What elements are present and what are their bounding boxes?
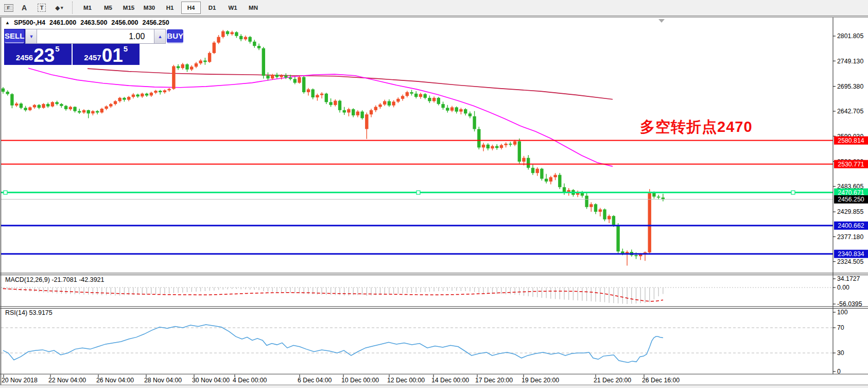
- sell-price-sup: 5: [55, 45, 59, 53]
- axis-label-2400.662: 2400.662: [834, 222, 868, 230]
- volume-input[interactable]: [37, 29, 154, 44]
- macd-title: MACD(12,26,9): [5, 276, 50, 283]
- ohlc-low: 2456.000: [111, 19, 138, 26]
- svg-text:26 Dec 16:00: 26 Dec 16:00: [642, 377, 680, 384]
- svg-text:19 Dec 20:00: 19 Dec 20:00: [522, 377, 559, 384]
- timeframe-D1[interactable]: D1: [203, 2, 221, 13]
- svg-text:0.00: 0.00: [837, 284, 849, 291]
- annotation-text[interactable]: 多空转折点2470: [640, 117, 753, 138]
- symbol-title: SP500-,H4: [14, 19, 45, 26]
- timeframe-buttons: M1M5M15M30H1H4D1W1MN: [77, 2, 264, 14]
- ohlc-high: 2463.500: [80, 19, 107, 26]
- svg-text:70: 70: [837, 324, 844, 331]
- rsi-title: RSI(14): [5, 309, 27, 316]
- svg-text:34.1727: 34.1727: [837, 275, 860, 282]
- svg-text:28 Nov 04:00: 28 Nov 04:00: [144, 377, 182, 384]
- svg-text:2695.380: 2695.380: [837, 83, 863, 90]
- hline-handle[interactable]: [4, 191, 7, 194]
- timeframe-H4[interactable]: H4: [181, 2, 201, 14]
- svg-text:2530.771: 2530.771: [838, 161, 864, 168]
- one-click-trade-panel: SELL ▼ ▲ BUY 2456 23 5 2457 01 5: [4, 28, 140, 65]
- timeframe-MN[interactable]: MN: [244, 2, 263, 13]
- svg-text:2340.834: 2340.834: [838, 250, 864, 258]
- svg-text:26 Nov 04:00: 26 Nov 04:00: [96, 377, 134, 384]
- current-price-axis-label: 2456.250: [834, 195, 868, 204]
- svg-text:30: 30: [837, 349, 844, 357]
- svg-text:22 Nov 04:00: 22 Nov 04:00: [48, 377, 86, 384]
- macd-indicator-label: MACD(12,26,9) -21.7081 -42.3921: [5, 276, 104, 283]
- volume-up-button[interactable]: ▲: [154, 29, 166, 44]
- svg-text:2801.805: 2801.805: [837, 32, 863, 40]
- buy-price-sup: 5: [124, 45, 128, 53]
- timeframe-M1[interactable]: M1: [78, 2, 97, 13]
- dropdown-caret-icon[interactable]: ▾: [61, 5, 63, 10]
- svg-text:20 Nov 2018: 20 Nov 2018: [2, 377, 38, 384]
- timeframe-W1[interactable]: W1: [223, 2, 242, 13]
- cycle-arrows-icon[interactable]: ◆▾: [53, 2, 66, 14]
- svg-text:2456.250: 2456.250: [838, 196, 864, 203]
- svg-text:17 Dec 20:00: 17 Dec 20:00: [475, 377, 513, 384]
- buy-price-big: 01: [102, 47, 123, 63]
- svg-text:12 Dec 00:00: 12 Dec 00:00: [387, 377, 425, 384]
- symbol-info-bar: ▲ SP500-,H4 2461.000 2463.500 2456.000 2…: [5, 19, 169, 26]
- timeframe-M15[interactable]: M15: [119, 2, 138, 13]
- rsi-indicator-label: RSI(14) 53.9175: [5, 309, 53, 316]
- timeframe-H1[interactable]: H1: [161, 2, 179, 13]
- svg-text:2324.505: 2324.505: [837, 258, 863, 265]
- hline-handle[interactable]: [416, 191, 420, 194]
- svg-text:-56.0395: -56.0395: [837, 300, 862, 308]
- toolbar-separator: [72, 2, 73, 14]
- svg-text:100: 100: [837, 309, 848, 316]
- buy-price-display[interactable]: 2457 01 5: [73, 44, 140, 65]
- window-bottom-edge: [0, 385, 868, 388]
- text-box-icon[interactable]: T: [38, 4, 46, 12]
- svg-text:2400.662: 2400.662: [838, 222, 864, 229]
- svg-text:0: 0: [837, 368, 841, 375]
- svg-text:10 Dec 00:00: 10 Dec 00:00: [341, 377, 379, 384]
- volume-down-button[interactable]: ▼: [25, 29, 37, 44]
- buy-button[interactable]: BUY: [167, 29, 183, 43]
- sell-price-big: 23: [33, 47, 55, 63]
- text-label-icon[interactable]: A: [18, 2, 31, 14]
- diamond-glyph: ◆: [56, 5, 60, 11]
- svg-text:2642.705: 2642.705: [837, 108, 863, 115]
- svg-text:21 Dec 20:00: 21 Dec 20:00: [594, 377, 631, 384]
- symbol-collapse-icon[interactable]: ▲: [5, 20, 10, 25]
- rsi-value: 53.9175: [27, 309, 53, 316]
- svg-text:2377.180: 2377.180: [837, 233, 863, 241]
- top-toolbar: F A T ◆▾ M1M5M15M30H1H4D1W1MN: [0, 0, 868, 16]
- hline-handle[interactable]: [791, 191, 795, 194]
- ohlc-open: 2461.000: [49, 19, 76, 26]
- sell-price-display[interactable]: 2456 23 5: [4, 44, 72, 65]
- ohlc-close: 2456.250: [143, 19, 169, 26]
- macd-values: -21.7081 -42.3921: [50, 276, 105, 283]
- svg-text:6 Dec 04:00: 6 Dec 04:00: [298, 377, 332, 384]
- svg-text:4 Dec 00:00: 4 Dec 00:00: [233, 377, 267, 384]
- new-order-grid-icon[interactable]: F: [4, 4, 13, 12]
- sell-price-stem: 2456: [16, 54, 33, 61]
- axis-label-2530.771: 2530.771: [834, 160, 868, 168]
- sell-button[interactable]: SELL: [5, 29, 24, 43]
- svg-text:2749.130: 2749.130: [837, 58, 863, 65]
- svg-text:2429.855: 2429.855: [837, 208, 863, 215]
- svg-text:2580.814: 2580.814: [838, 137, 864, 144]
- svg-text:14 Dec 00:00: 14 Dec 00:00: [431, 377, 469, 384]
- axis-label-2580.814: 2580.814: [834, 137, 868, 145]
- timeframe-M5[interactable]: M5: [99, 2, 117, 13]
- axis-label-2340.834: 2340.834: [834, 250, 868, 258]
- timeframe-M30[interactable]: M30: [140, 2, 159, 13]
- svg-text:30 Nov 04:00: 30 Nov 04:00: [192, 377, 230, 384]
- volume-stepper: ▼ ▲: [25, 29, 166, 44]
- buy-price-stem: 2457: [84, 54, 101, 61]
- chart-background: [0, 17, 868, 385]
